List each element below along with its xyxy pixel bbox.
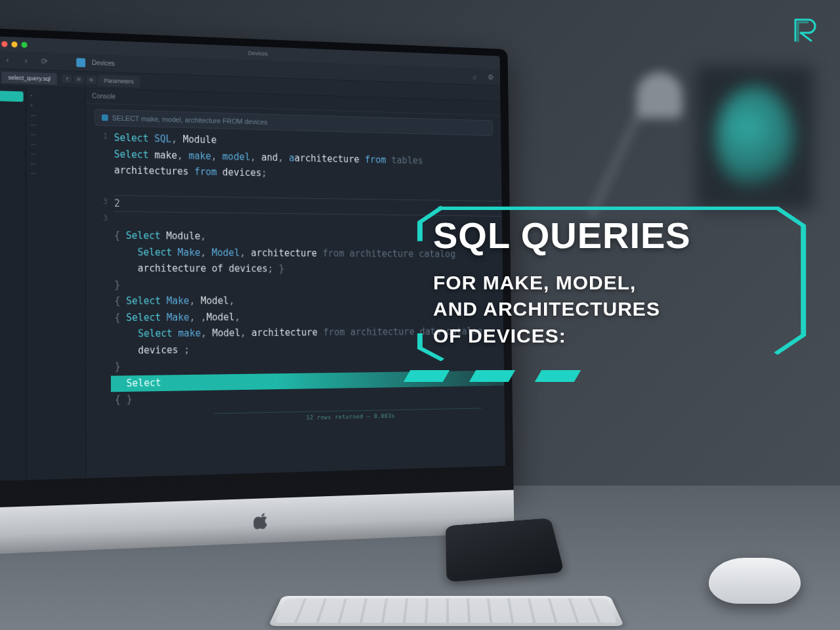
nav-back-icon[interactable]: ‹ bbox=[1, 54, 13, 66]
list-item[interactable]: — bbox=[27, 158, 85, 169]
explorer-panel: • • — — — — — — — bbox=[27, 87, 87, 480]
settings-icon[interactable]: ⚙ bbox=[485, 72, 495, 83]
file-icon bbox=[102, 114, 108, 121]
list-item[interactable]: — bbox=[27, 168, 85, 178]
subtitle-line: FOR MAKE, MODEL, bbox=[433, 270, 801, 297]
keyboard bbox=[268, 596, 624, 626]
accent-shapes bbox=[407, 370, 578, 382]
title-card: SQL QUERIES FOR MAKE, MODEL, AND ARCHITE… bbox=[433, 217, 801, 349]
breadcrumb-text: SELECT make, model, architecture FROM de… bbox=[112, 114, 268, 126]
sidebar-active-item[interactable] bbox=[0, 91, 24, 102]
minimize-icon[interactable] bbox=[11, 41, 17, 47]
subtitle-line: AND ARCHITECTURES bbox=[433, 296, 801, 323]
close-icon[interactable] bbox=[1, 41, 7, 47]
maximize-icon[interactable] bbox=[22, 41, 28, 47]
subtitle-line: OF DEVICES: bbox=[433, 323, 801, 350]
tab-chip[interactable]: T bbox=[62, 75, 72, 83]
brand-logo bbox=[789, 14, 820, 46]
headline: SQL QUERIES bbox=[433, 217, 801, 255]
search-icon[interactable]: ⌕ bbox=[469, 71, 480, 82]
tab-main[interactable]: select_query.sql bbox=[1, 71, 57, 84]
tab-chip[interactable]: N bbox=[86, 75, 96, 84]
tab-secondary[interactable]: Parameters bbox=[98, 74, 140, 87]
line-gutter: 1 33 bbox=[85, 129, 115, 478]
database-icon[interactable] bbox=[76, 58, 85, 67]
activity-bar bbox=[0, 85, 27, 481]
wall-frame bbox=[696, 66, 814, 210]
mouse bbox=[709, 558, 801, 604]
refresh-icon[interactable]: ⟳ bbox=[39, 55, 51, 67]
tab-chip[interactable]: R bbox=[74, 75, 85, 84]
trackpad bbox=[446, 518, 564, 582]
screen: Devices ‹ › ⟳ Devices ⌕ ⚙ select_query.s… bbox=[0, 36, 505, 480]
toolbar-label: Devices bbox=[92, 59, 115, 67]
apple-logo-icon bbox=[253, 512, 270, 529]
nav-forward-icon[interactable]: › bbox=[20, 54, 32, 66]
